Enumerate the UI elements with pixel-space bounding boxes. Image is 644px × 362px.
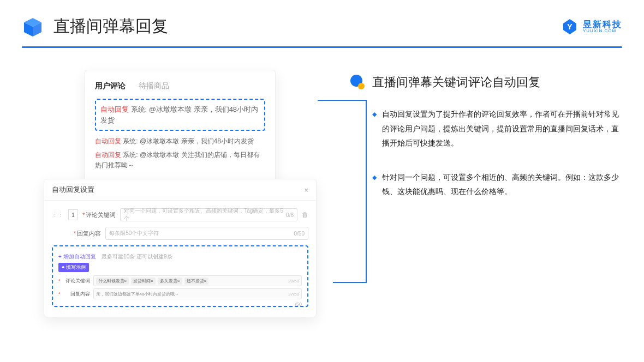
tag-chip[interactable]: 什么时候发货× — [96, 277, 129, 285]
connector-line — [366, 100, 367, 283]
modal-title: 自动回复设置 — [52, 185, 94, 195]
keyword-label: 评论关键词 — [86, 212, 116, 218]
logo-cn: 昱新科技 — [583, 20, 622, 29]
auto-reply-settings-modal: 自动回复设置 × ⋮⋮ 1 *评论关键词 对同一个问题，可设置多个相近、高频的关… — [44, 179, 317, 317]
brand-logo: Y 昱新科技 YUUXIN.COM — [561, 18, 622, 35]
auto-reply-tag: 自动回复 — [100, 105, 129, 113]
ex-keyword-label: 评论关键词 — [65, 277, 90, 285]
connector-line — [318, 100, 367, 101]
page-title: 直播间弹幕回复 — [53, 15, 168, 38]
section-subtitle: 直播间弹幕关键词评论自动回复 — [372, 74, 540, 90]
add-auto-reply-link[interactable]: + 增加自动回复 — [58, 254, 96, 260]
bullet-item: ◆ 针对同一个问题，可设置多个相近的、高频的关键词。例如：这款多少钱、这块能优惠… — [349, 170, 622, 199]
comment-row: 自动回复 系统: @冰墩墩本墩 亲亲，我们48小时内发货 — [95, 136, 265, 147]
order-number: 1 — [68, 209, 78, 220]
ex-keyword-input[interactable]: 什么时候发货× 发货时间× 多久发货× 还不发货× 20/50 — [93, 275, 302, 286]
chat-bubble-icon — [349, 74, 366, 90]
tag-chip[interactable]: 还不发货× — [184, 277, 209, 285]
svg-point-5 — [358, 83, 365, 89]
ex-content-label: 回复内容 — [65, 291, 90, 298]
outside-count: /50 — [295, 301, 302, 307]
logo-en: YUUXIN.COM — [583, 29, 622, 33]
content-label: 回复内容 — [77, 230, 101, 237]
bullet-item: ◆ 自动回复设置为了提升作者的评论回复效率，作者可在开播前针对常见的评论用户问题… — [349, 107, 622, 150]
diamond-icon: ◆ — [372, 107, 377, 150]
comment-row: 自动回复 系统: @冰墩墩本墩 关注我们的店铺，每日都有热门推荐呦～ — [95, 150, 265, 171]
cube-icon — [22, 16, 44, 38]
highlighted-comment: 自动回复 系统: @冰墩墩本墩 亲亲，我们48小时内发货 — [95, 99, 265, 131]
trash-icon[interactable]: 🗑 — [302, 211, 308, 219]
keyword-input[interactable]: 对同一个问题，可设置多个相近、高频的关键词，Tag确定，最多5个 0/8 — [120, 208, 297, 221]
example-badge: ● 填写示例 — [58, 263, 89, 272]
drag-handle-icon[interactable]: ⋮⋮ — [52, 212, 64, 219]
tag-chip[interactable]: 发货时间× — [131, 277, 156, 285]
add-hint: 最多可建10条 还可以创建9条 — [102, 254, 172, 260]
tab-user-comments[interactable]: 用户评论 — [95, 81, 126, 91]
example-section: + 增加自动回复 最多可建10条 还可以创建9条 ● 填写示例 *评论关键词 什… — [52, 245, 308, 307]
tab-pending-goods[interactable]: 待播商品 — [139, 81, 169, 91]
tag-chip[interactable]: 多久发货× — [158, 277, 182, 285]
logo-mark-icon: Y — [561, 18, 579, 35]
diamond-icon: ◆ — [372, 170, 377, 199]
content-input[interactable]: 每条限50个中文字符 0/50 — [105, 227, 308, 240]
comments-card: 用户评论 待播商品 自动回复 系统: @冰墩墩本墩 亲亲，我们48小时内发货 自… — [85, 70, 276, 186]
connector-line — [333, 282, 367, 283]
close-icon[interactable]: × — [304, 186, 308, 194]
svg-text:Y: Y — [567, 22, 573, 31]
ex-content-input[interactable]: 亲，我们这边都是下单48小时内发货的哦～ 37/50 — [93, 288, 302, 299]
